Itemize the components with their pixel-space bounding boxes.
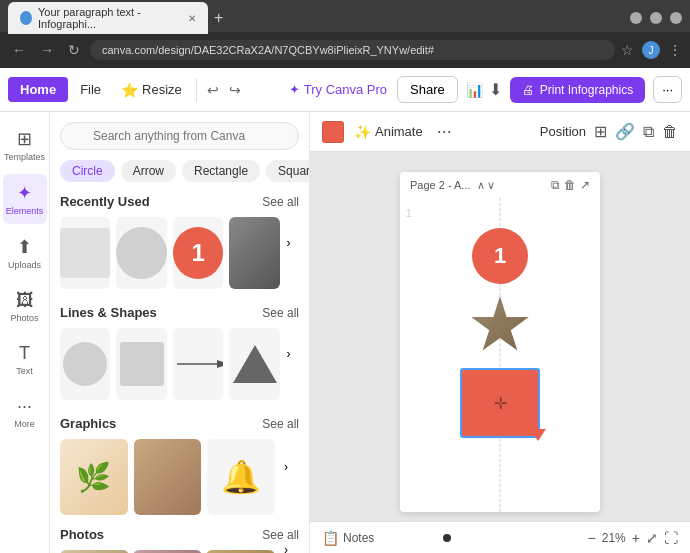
address-bar: ← → ↻ canva.com/design/DAE32CRaX2A/N7QCB… [0, 32, 690, 68]
lines-shapes-items: › [60, 328, 299, 400]
graphics-title: Graphics [60, 416, 116, 431]
sidebar-item-photos[interactable]: 🖼 Photos [3, 282, 47, 331]
more-options-button[interactable]: ··· [653, 76, 682, 103]
fit-button[interactable]: ⤢ [646, 530, 658, 546]
sidebar-item-more[interactable]: ··· More [3, 388, 47, 437]
canva-star-icon: ✦ [289, 82, 300, 97]
fullscreen-button[interactable]: ⛶ [664, 530, 678, 546]
canvas-wrapper: Page 2 - A... ∧ ∨ ⧉ 🗑 ↗ 1 [400, 172, 600, 521]
extension-icon[interactable]: ⋮ [668, 42, 682, 58]
photos-see-all[interactable]: See all [262, 528, 299, 542]
printer-icon: 🖨 [522, 83, 534, 97]
graphic-item-bell[interactable]: 🔔 [207, 439, 275, 515]
ls-item-square[interactable] [116, 328, 166, 400]
more-options-secondary[interactable]: ··· [433, 121, 456, 142]
recent-item-number-badge[interactable]: 1 [173, 217, 223, 289]
tab-close-icon[interactable]: ✕ [188, 13, 196, 24]
sidebar-item-uploads[interactable]: ⬆ Uploads [3, 228, 47, 278]
page-delete-button[interactable]: 🗑 [564, 178, 576, 192]
page-nav-up[interactable]: ∧ [477, 179, 485, 192]
file-button[interactable]: File [72, 77, 109, 102]
sidebar-label-more: More [14, 419, 35, 429]
try-canva-button[interactable]: ✦ Try Canva Pro [289, 82, 387, 97]
number-badge-element[interactable]: 1 [472, 228, 528, 284]
recently-used-see-all[interactable]: See all [262, 195, 299, 209]
recent-item-circle[interactable] [116, 217, 166, 289]
close-button[interactable] [670, 12, 682, 24]
sidebar-label-text: Text [16, 366, 33, 376]
resize-icon: ⭐ [121, 82, 138, 98]
ls-item-line[interactable] [173, 328, 223, 400]
recent-item-square[interactable] [60, 217, 110, 289]
refresh-button[interactable]: ↻ [64, 40, 84, 60]
rectangle-tag[interactable]: Rectangle [182, 160, 260, 182]
forward-button[interactable]: → [36, 40, 58, 60]
chart-icon[interactable]: 📊 [466, 82, 483, 98]
redo-button[interactable]: ↪ [225, 78, 245, 102]
browser-tab[interactable]: Your paragraph text - Infographi... ✕ [8, 2, 208, 34]
link-icon[interactable]: 🔗 [615, 122, 635, 141]
sidebar-item-text[interactable]: T Text [3, 335, 47, 384]
maximize-button[interactable] [650, 12, 662, 24]
dot-indicator [443, 534, 451, 542]
animate-button[interactable]: ✨ Animate [354, 124, 423, 140]
sidebar-item-templates[interactable]: ⊞ Templates [3, 120, 47, 170]
arrow-tag[interactable]: Arrow [121, 160, 176, 182]
color-swatch[interactable] [322, 121, 344, 143]
square-shape [60, 228, 110, 278]
square-tag[interactable]: Square [266, 160, 309, 182]
browser-chrome: Your paragraph text - Infographi... ✕ + … [0, 0, 690, 68]
bell-icon: 🔔 [221, 458, 261, 496]
sidebar-label-photos: Photos [10, 313, 38, 323]
zoom-in-button[interactable]: + [632, 530, 640, 546]
back-button[interactable]: ← [8, 40, 30, 60]
delete-icon[interactable]: 🗑 [662, 123, 678, 141]
canvas-content: Page 2 - A... ∧ ∨ ⧉ 🗑 ↗ 1 [310, 152, 690, 521]
resize-button[interactable]: ⭐ Resize [113, 77, 190, 103]
url-text: canva.com/design/DAE32CRaX2A/N7QCBYw8iPl… [102, 44, 603, 56]
lines-shapes-see-all[interactable]: See all [262, 306, 299, 320]
graphics-next-button[interactable]: › [277, 457, 295, 477]
add-page-button[interactable]: + Add page [461, 512, 538, 521]
tab-title: Your paragraph text - Infographi... [38, 6, 178, 30]
photos-section: Photos See all › [50, 523, 309, 553]
circle-tag[interactable]: Circle [60, 160, 115, 182]
ls-next-button[interactable]: › [282, 344, 295, 364]
page-label: Page 2 - A... [410, 179, 471, 191]
zoom-out-button[interactable]: − [588, 530, 596, 546]
photos-icon: 🖼 [16, 290, 34, 311]
position-button[interactable]: Position [540, 124, 586, 139]
duplicate-icon[interactable]: ⧉ [643, 123, 654, 141]
page-expand-button[interactable]: ↗ [580, 178, 590, 192]
page-nav-down[interactable]: ∨ [487, 179, 495, 192]
recent-items-next-button[interactable]: › [282, 233, 295, 253]
ls-item-circle[interactable] [60, 328, 110, 400]
undo-button[interactable]: ↩ [203, 78, 223, 102]
star-element[interactable] [470, 296, 530, 356]
graphics-see-all[interactable]: See all [262, 417, 299, 431]
sidebar-label-uploads: Uploads [8, 260, 41, 270]
share-button[interactable]: Share [397, 76, 458, 103]
sidebar-item-elements[interactable]: ✦ Elements [3, 174, 47, 224]
url-bar[interactable]: canva.com/design/DAE32CRaX2A/N7QCBYw8iPl… [90, 40, 615, 60]
download-icon[interactable]: ⬇ [489, 80, 502, 99]
recent-item-photo[interactable] [229, 217, 279, 289]
print-infographics-button[interactable]: 🖨 Print Infographics [510, 77, 645, 103]
minimize-button[interactable] [630, 12, 642, 24]
graphic-item-2[interactable] [134, 439, 202, 515]
search-input[interactable] [60, 122, 299, 150]
bookmark-icon[interactable]: ☆ [621, 42, 634, 58]
page-copy-button[interactable]: ⧉ [551, 178, 560, 192]
page-actions: ⧉ 🗑 ↗ [551, 178, 590, 192]
graphic-item-1[interactable]: 🌿 [60, 439, 128, 515]
star-shape [470, 296, 530, 356]
templates-icon: ⊞ [17, 128, 32, 150]
profile-icon[interactable]: J [642, 41, 660, 59]
ls-item-triangle[interactable] [229, 328, 279, 400]
new-tab-button[interactable]: + [214, 9, 223, 27]
grid-icon[interactable]: ⊞ [594, 122, 607, 141]
home-button[interactable]: Home [8, 77, 68, 102]
page-panel-header: Page 2 - A... ∧ ∨ ⧉ 🗑 ↗ [400, 172, 600, 198]
canvas-area: ✨ Animate ··· Position ⊞ 🔗 ⧉ 🗑 Page 2 - … [310, 112, 690, 553]
notes-button[interactable]: 📋 Notes [322, 530, 374, 546]
